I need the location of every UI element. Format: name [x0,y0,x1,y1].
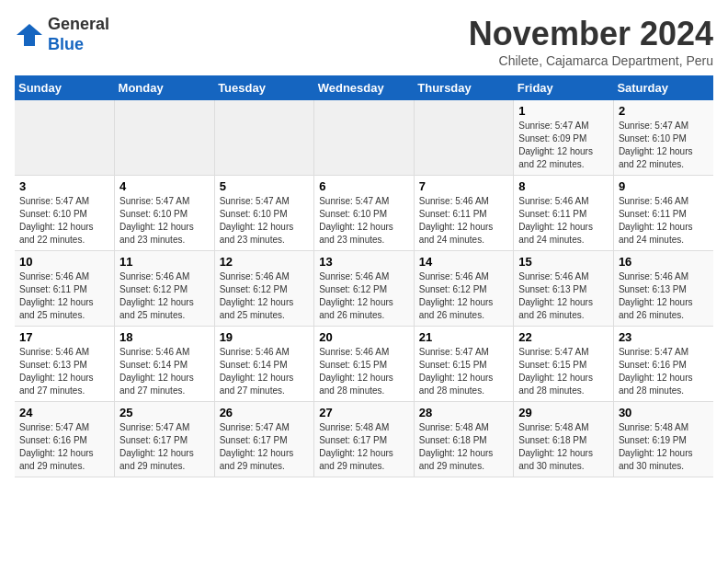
day-number: 2 [619,104,709,118]
day-header-tuesday: Tuesday [214,75,314,100]
logo: General Blue [15,15,109,54]
calendar-cell [115,100,215,176]
day-number: 19 [220,330,310,344]
day-number: 11 [119,255,210,269]
day-info: Sunrise: 5:47 AM Sunset: 6:10 PM Dayligh… [19,195,109,247]
calendar-cell [214,100,314,176]
day-number: 21 [419,330,509,344]
day-info: Sunrise: 5:47 AM Sunset: 6:16 PM Dayligh… [19,421,109,473]
day-info: Sunrise: 5:48 AM Sunset: 6:19 PM Dayligh… [619,421,709,473]
calendar-header-row: SundayMondayTuesdayWednesdayThursdayFrid… [15,75,713,100]
month-title: November 2024 [469,15,713,53]
day-info: Sunrise: 5:48 AM Sunset: 6:17 PM Dayligh… [319,421,409,473]
day-number: 5 [220,179,310,193]
day-number: 20 [319,330,409,344]
calendar-cell: 24Sunrise: 5:47 AM Sunset: 6:16 PM Dayli… [15,402,115,477]
day-number: 17 [19,330,109,344]
day-info: Sunrise: 5:47 AM Sunset: 6:09 PM Dayligh… [518,120,609,171]
location: Chilete, Cajamarca Department, Peru [469,53,713,68]
day-info: Sunrise: 5:47 AM Sunset: 6:10 PM Dayligh… [220,195,310,247]
day-info: Sunrise: 5:47 AM Sunset: 6:10 PM Dayligh… [119,195,210,247]
calendar-cell: 4Sunrise: 5:47 AM Sunset: 6:10 PM Daylig… [115,176,215,251]
calendar-week-2: 10Sunrise: 5:46 AM Sunset: 6:11 PM Dayli… [15,251,713,327]
day-number: 3 [19,179,109,193]
calendar-cell: 5Sunrise: 5:47 AM Sunset: 6:10 PM Daylig… [214,176,314,251]
day-number: 12 [220,255,310,269]
calendar-week-1: 3Sunrise: 5:47 AM Sunset: 6:10 PM Daylig… [15,176,713,251]
day-number: 29 [518,406,609,419]
day-number: 1 [518,104,609,118]
calendar-cell: 11Sunrise: 5:46 AM Sunset: 6:12 PM Dayli… [115,251,215,327]
day-info: Sunrise: 5:47 AM Sunset: 6:15 PM Dayligh… [419,346,509,397]
calendar-cell: 27Sunrise: 5:48 AM Sunset: 6:17 PM Dayli… [314,402,415,477]
day-number: 27 [319,406,409,419]
day-header-friday: Friday [514,75,614,100]
calendar-cell: 8Sunrise: 5:46 AM Sunset: 6:11 PM Daylig… [514,176,614,251]
logo-text: General Blue [48,15,109,54]
day-info: Sunrise: 5:47 AM Sunset: 6:16 PM Dayligh… [619,346,709,397]
day-number: 28 [419,406,509,419]
calendar-table: SundayMondayTuesdayWednesdayThursdayFrid… [15,75,713,477]
title-area: November 2024 Chilete, Cajamarca Departm… [469,15,713,68]
day-header-thursday: Thursday [414,75,514,100]
day-info: Sunrise: 5:46 AM Sunset: 6:11 PM Dayligh… [19,270,109,322]
calendar-cell: 12Sunrise: 5:46 AM Sunset: 6:12 PM Dayli… [214,251,314,327]
calendar-week-4: 24Sunrise: 5:47 AM Sunset: 6:16 PM Dayli… [15,402,713,477]
day-number: 23 [619,330,709,344]
day-number: 10 [19,255,109,269]
day-info: Sunrise: 5:46 AM Sunset: 6:14 PM Dayligh… [119,346,210,397]
day-number: 13 [319,255,409,269]
calendar-cell: 6Sunrise: 5:47 AM Sunset: 6:10 PM Daylig… [314,176,415,251]
svg-marker-0 [17,24,42,46]
calendar-cell [15,100,115,176]
calendar-cell: 15Sunrise: 5:46 AM Sunset: 6:13 PM Dayli… [514,251,614,327]
calendar-cell: 25Sunrise: 5:47 AM Sunset: 6:17 PM Dayli… [115,402,215,477]
calendar-cell: 21Sunrise: 5:47 AM Sunset: 6:15 PM Dayli… [414,327,514,402]
day-number: 26 [220,406,310,419]
calendar-cell: 18Sunrise: 5:46 AM Sunset: 6:14 PM Dayli… [115,327,215,402]
calendar-cell: 1Sunrise: 5:47 AM Sunset: 6:09 PM Daylig… [514,100,614,176]
calendar-body: 1Sunrise: 5:47 AM Sunset: 6:09 PM Daylig… [15,100,713,477]
day-number: 7 [419,179,509,193]
day-number: 14 [419,255,509,269]
day-number: 24 [19,406,109,419]
day-info: Sunrise: 5:46 AM Sunset: 6:13 PM Dayligh… [518,270,609,322]
calendar-cell: 10Sunrise: 5:46 AM Sunset: 6:11 PM Dayli… [15,251,115,327]
day-header-sunday: Sunday [15,75,115,100]
day-number: 16 [619,255,709,269]
day-info: Sunrise: 5:47 AM Sunset: 6:17 PM Dayligh… [119,421,210,473]
day-number: 22 [518,330,609,344]
day-number: 6 [319,179,409,193]
day-number: 18 [119,330,210,344]
day-number: 8 [518,179,609,193]
calendar-cell: 20Sunrise: 5:46 AM Sunset: 6:15 PM Dayli… [314,327,415,402]
calendar-cell: 23Sunrise: 5:47 AM Sunset: 6:16 PM Dayli… [613,327,713,402]
day-number: 9 [619,179,709,193]
calendar-cell: 28Sunrise: 5:48 AM Sunset: 6:18 PM Dayli… [414,402,514,477]
calendar-cell: 13Sunrise: 5:46 AM Sunset: 6:12 PM Dayli… [314,251,415,327]
day-info: Sunrise: 5:47 AM Sunset: 6:10 PM Dayligh… [619,120,709,171]
day-number: 4 [119,179,210,193]
calendar-cell: 9Sunrise: 5:46 AM Sunset: 6:11 PM Daylig… [613,176,713,251]
day-info: Sunrise: 5:47 AM Sunset: 6:10 PM Dayligh… [319,195,409,247]
day-info: Sunrise: 5:46 AM Sunset: 6:11 PM Dayligh… [518,195,609,247]
day-info: Sunrise: 5:47 AM Sunset: 6:17 PM Dayligh… [220,421,310,473]
day-info: Sunrise: 5:46 AM Sunset: 6:11 PM Dayligh… [619,195,709,247]
calendar-week-0: 1Sunrise: 5:47 AM Sunset: 6:09 PM Daylig… [15,100,713,176]
calendar-cell: 22Sunrise: 5:47 AM Sunset: 6:15 PM Dayli… [514,327,614,402]
day-number: 30 [619,406,709,419]
day-number: 15 [518,255,609,269]
calendar-cell [314,100,415,176]
page-header: General Blue November 2024 Chilete, Caja… [15,15,713,68]
day-info: Sunrise: 5:46 AM Sunset: 6:13 PM Dayligh… [19,346,109,397]
day-info: Sunrise: 5:46 AM Sunset: 6:15 PM Dayligh… [319,346,409,397]
logo-icon [15,22,44,48]
calendar-cell [414,100,514,176]
day-info: Sunrise: 5:46 AM Sunset: 6:12 PM Dayligh… [220,270,310,322]
calendar-cell: 30Sunrise: 5:48 AM Sunset: 6:19 PM Dayli… [613,402,713,477]
day-header-saturday: Saturday [613,75,713,100]
day-header-wednesday: Wednesday [314,75,415,100]
day-info: Sunrise: 5:46 AM Sunset: 6:11 PM Dayligh… [419,195,509,247]
day-info: Sunrise: 5:46 AM Sunset: 6:12 PM Dayligh… [419,270,509,322]
day-info: Sunrise: 5:46 AM Sunset: 6:14 PM Dayligh… [220,346,310,397]
